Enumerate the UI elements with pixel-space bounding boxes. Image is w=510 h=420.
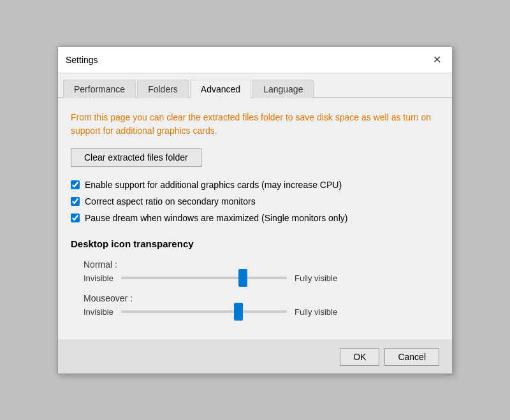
pause-dream-label[interactable]: Pause dream when windows are maximized (… [85,213,347,223]
mouseover-invisible-label: Invisible [84,307,113,317]
normal-transparency-slider[interactable] [121,277,287,279]
normal-slider-label: Normal : [84,259,439,270]
tab-folders[interactable]: Folders [137,80,189,98]
mouseover-slider-row: Invisible Fully visible [84,307,439,317]
section-title: Desktop icon transparency [71,238,439,249]
normal-slider-group: Normal : Invisible Fully visible [71,259,439,283]
aspect-ratio-label[interactable]: Correct aspect ratio on secondary monito… [85,196,256,206]
normal-slider-row: Invisible Fully visible [84,273,439,283]
footer: OK Cancel [58,340,452,373]
tab-performance[interactable]: Performance [63,80,136,98]
mouseover-visible-label: Fully visible [295,307,337,317]
aspect-ratio-checkbox[interactable] [71,197,80,206]
tab-advanced[interactable]: Advanced [190,80,251,98]
mouseover-transparency-slider[interactable] [121,310,287,313]
tab-language[interactable]: Language [252,80,314,98]
close-button[interactable]: ✕ [429,52,444,68]
mouseover-slider-label: Mouseover : [84,293,439,303]
content-area: From this page you can clear the extract… [58,98,452,340]
clear-extracted-files-button[interactable]: Clear extracted files folder [71,148,201,167]
normal-visible-label: Fully visible [295,273,337,283]
title-bar: Settings ✕ [58,47,452,73]
window-title: Settings [66,55,98,65]
description-text: From this page you can clear the extract… [71,111,439,138]
checkbox-group-3: Pause dream when windows are maximized (… [71,213,439,223]
cancel-button[interactable]: Cancel [384,348,439,366]
graphics-cards-label[interactable]: Enable support for additional graphics c… [85,180,342,190]
tab-bar: Performance Folders Advanced Language [58,73,452,98]
mouseover-slider-group: Mouseover : Invisible Fully visible [71,293,439,317]
checkbox-group-1: Enable support for additional graphics c… [71,180,439,190]
settings-window: Settings ✕ Performance Folders Advanced … [57,47,453,374]
ok-button[interactable]: OK [340,348,379,366]
normal-invisible-label: Invisible [84,273,113,283]
graphics-cards-checkbox[interactable] [71,180,80,189]
pause-dream-checkbox[interactable] [71,214,80,222]
checkbox-group-2: Correct aspect ratio on secondary monito… [71,196,439,206]
